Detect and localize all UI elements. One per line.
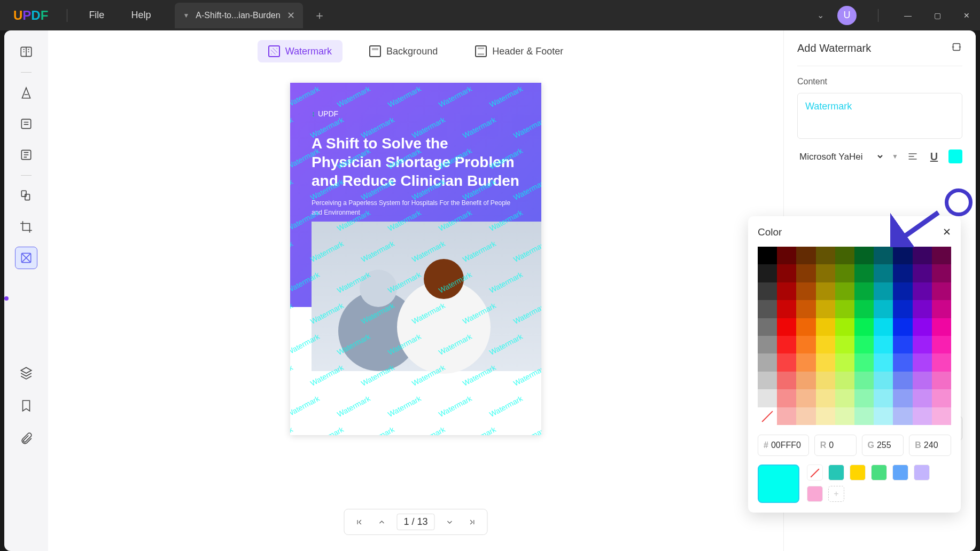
palette-cell[interactable] [758, 282, 777, 300]
swatch[interactable] [807, 486, 823, 502]
palette-cell[interactable] [874, 336, 893, 353]
palette-cell[interactable] [796, 336, 815, 353]
palette-cell[interactable] [932, 336, 951, 353]
hex-input[interactable]: #00FFF0 [758, 435, 809, 456]
palette-cell[interactable] [913, 372, 932, 389]
palette-cell[interactable] [932, 264, 951, 282]
palette-cell[interactable] [874, 389, 893, 407]
tab-close-icon[interactable]: ✕ [287, 10, 295, 21]
edit-tool-icon[interactable] [15, 113, 37, 135]
text-color-button[interactable] [948, 149, 962, 163]
palette-cell[interactable] [913, 264, 932, 282]
palette-cell[interactable] [835, 353, 854, 371]
swatch[interactable] [892, 465, 908, 481]
palette-cell[interactable] [758, 336, 777, 353]
page-input[interactable]: 1 / 13 [396, 514, 434, 530]
palette-cell[interactable] [913, 389, 932, 407]
palette-cell[interactable] [796, 389, 815, 407]
palette-cell[interactable] [816, 407, 835, 425]
palette-cell[interactable] [777, 389, 796, 407]
palette-cell[interactable] [913, 300, 932, 318]
palette-cell[interactable] [854, 407, 874, 425]
palette-cell[interactable] [758, 264, 777, 282]
palette-cell[interactable] [854, 247, 874, 264]
palette-cell[interactable] [854, 389, 874, 407]
palette-cell[interactable] [874, 353, 893, 371]
palette-cell[interactable] [932, 372, 951, 389]
palette-cell[interactable] [932, 407, 951, 425]
palette-cell[interactable] [835, 389, 854, 407]
form-tool-icon[interactable] [15, 144, 37, 166]
palette-cell[interactable] [854, 318, 874, 336]
swatch[interactable] [850, 465, 866, 481]
maximize-button[interactable]: ▢ [929, 11, 945, 20]
palette-cell[interactable] [874, 372, 893, 389]
palette-cell[interactable] [816, 264, 835, 282]
swatch[interactable] [828, 465, 844, 481]
palette-cell[interactable] [913, 336, 932, 353]
new-tab-button[interactable]: ＋ [314, 7, 325, 23]
palette-cell[interactable] [893, 407, 912, 425]
palette-cell[interactable] [893, 336, 912, 353]
last-page-button[interactable] [465, 515, 480, 530]
palette-cell[interactable] [854, 336, 874, 353]
palette-cell[interactable] [835, 282, 854, 300]
palette-cell[interactable] [777, 407, 796, 425]
palette-cell[interactable] [796, 264, 815, 282]
palette-cell[interactable] [932, 282, 951, 300]
palette-cell[interactable] [816, 282, 835, 300]
palette-cell[interactable] [758, 407, 777, 425]
palette-cell[interactable] [758, 247, 777, 264]
watermark-text-input[interactable]: Watermark [797, 93, 962, 139]
palette-cell[interactable] [835, 372, 854, 389]
close-color-picker-icon[interactable]: ✕ [943, 226, 951, 238]
palette-cell[interactable] [913, 318, 932, 336]
palette-cell[interactable] [777, 264, 796, 282]
palette-cell[interactable] [874, 407, 893, 425]
palette-cell[interactable] [796, 407, 815, 425]
expand-panel-icon[interactable] [951, 41, 962, 55]
palette-cell[interactable] [758, 372, 777, 389]
palette-cell[interactable] [816, 353, 835, 371]
palette-cell[interactable] [932, 300, 951, 318]
reader-tool-icon[interactable] [15, 41, 37, 62]
palette-cell[interactable] [913, 247, 932, 264]
next-page-button[interactable] [442, 515, 457, 530]
palette-cell[interactable] [835, 318, 854, 336]
palette-cell[interactable] [874, 300, 893, 318]
minimize-button[interactable]: — [900, 11, 916, 20]
palette-cell[interactable] [796, 282, 815, 300]
palette-cell[interactable] [913, 282, 932, 300]
palette-cell[interactable] [932, 318, 951, 336]
palette-cell[interactable] [796, 300, 815, 318]
prev-page-button[interactable] [374, 515, 389, 530]
chevron-down-icon[interactable]: ⌄ [817, 10, 824, 20]
close-button[interactable]: ✕ [959, 11, 975, 20]
palette-cell[interactable] [932, 353, 951, 371]
crop-tool-icon[interactable] [15, 216, 37, 238]
first-page-button[interactable] [352, 515, 367, 530]
page-tools-icon[interactable] [15, 247, 37, 269]
annotate-tool-icon[interactable] [15, 82, 37, 104]
palette-cell[interactable] [835, 247, 854, 264]
palette-cell[interactable] [893, 389, 912, 407]
palette-cell[interactable] [893, 318, 912, 336]
palette-cell[interactable] [893, 372, 912, 389]
organize-tool-icon[interactable] [15, 185, 37, 207]
palette-cell[interactable] [835, 336, 854, 353]
palette-cell[interactable] [777, 300, 796, 318]
add-swatch-button[interactable]: + [828, 486, 844, 502]
palette-cell[interactable] [874, 282, 893, 300]
header-footer-tab[interactable]: Header & Footer [464, 40, 574, 62]
palette-cell[interactable] [932, 389, 951, 407]
palette-cell[interactable] [816, 372, 835, 389]
palette-cell[interactable] [758, 353, 777, 371]
background-tab[interactable]: Background [359, 40, 448, 62]
palette-cell[interactable] [854, 353, 874, 371]
g-input[interactable]: G255 [862, 435, 904, 456]
palette-cell[interactable] [758, 318, 777, 336]
swatch[interactable] [871, 465, 887, 481]
palette-cell[interactable] [893, 282, 912, 300]
palette-cell[interactable] [854, 372, 874, 389]
swatch-none[interactable] [807, 465, 823, 481]
